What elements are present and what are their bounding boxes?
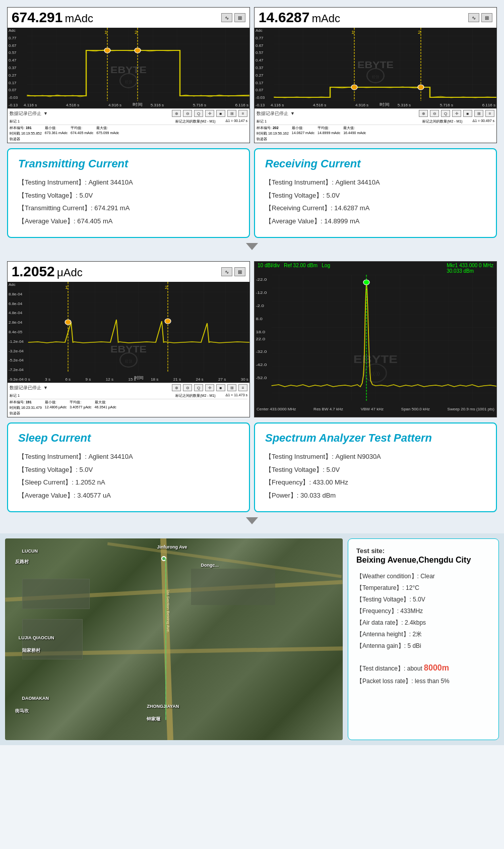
sleep-osc-header: 1.2052 μAdc ∿ ⊞	[8, 262, 249, 282]
min-header: 最小值:	[45, 126, 68, 131]
rx-more[interactable]: ≡	[485, 110, 494, 117]
rx-status-text: 数据记录已停止	[257, 110, 288, 117]
rx-max-value: 16.4490 mAdc	[343, 131, 366, 135]
svg-text:1: 1	[351, 30, 355, 35]
sl-zoom-in[interactable]: ⊕	[172, 384, 181, 391]
packet-loss-line: 【Packet loss rate】: less than 5%	[356, 677, 490, 686]
grid-btn[interactable]: ⊞	[227, 110, 236, 117]
sample-col: 样本编号: 191 时间戳 16:19:55.852 轨迹器	[10, 126, 42, 142]
rx-crosshair[interactable]: ✛	[452, 110, 461, 117]
transmitting-card-title: Transmitting Current	[18, 157, 239, 170]
building-block-3	[191, 569, 276, 605]
more-btn[interactable]: ≡	[238, 110, 247, 117]
sleep-toolbar: 数据记录已停止 ▼ ⊕ ⊖ Q ✛ ■ ⊞ ≡	[8, 383, 249, 392]
center-freq: Center 433.0000 MHz	[257, 407, 296, 411]
dongc-label: Dongc...	[201, 563, 219, 568]
time-label: 时间戳 16:19:55.852	[10, 131, 42, 136]
divider-triangle-icon	[246, 243, 258, 250]
svg-text:-22.0: -22.0	[256, 277, 267, 282]
mkr-info: Mkr1 433.000 0 MHz 30.033 dBm	[447, 263, 493, 274]
top-oscilloscope-section: 674.291 mAdc ∿ ⊞ Adc 0.77 0.67 0.57 0.47…	[0, 0, 504, 145]
rx-zoom-fit[interactable]: Q	[441, 110, 450, 117]
transmitting-info-card: Transmitting Current 【Testing Instrument…	[7, 148, 250, 238]
sl-instrument-line: 【Testing Instrument】: Aglient 34410A	[18, 452, 239, 462]
x-label-5: 5.716 s	[193, 103, 206, 107]
spectrum-footer: Center 433.0000 MHz Res BW 4.7 kHz VBW 4…	[255, 406, 496, 412]
rx-grid[interactable]: ⊞	[474, 110, 483, 117]
sleep-info-card: Sleep Current 【Testing Instrument】: Agli…	[7, 422, 250, 512]
spectrum-graph: -22.0 -12.0 -2.0 8.0 18.0 22.0 -32.0 -42…	[255, 275, 496, 406]
rx-zoom-in[interactable]: ⊕	[419, 110, 428, 117]
stop-btn[interactable]: ■	[216, 110, 225, 117]
rx-delta: Δ1 = 00.497 s	[473, 119, 494, 124]
zoom-in-btn[interactable]: ⊕	[172, 110, 181, 117]
rx-marker-header: 标记 1 标记之间的数量(M2 - M1) Δ1 = 00.497 s	[257, 119, 494, 125]
test-info-card: Test site: Beixing Avenue,Chengdu City 【…	[348, 538, 499, 740]
sweep: Sweep 20.9 ms (1001 pts)	[448, 407, 494, 411]
rx-zoom-out[interactable]: ⊖	[430, 110, 439, 117]
sl-zoom-out[interactable]: ⊖	[183, 384, 192, 391]
status-text: 数据记录已停止	[10, 110, 41, 117]
receiving-toolbar: 数据记录已停止 ▼ ⊕ ⊖ Q ✛ ■ ⊞ ≡	[255, 108, 496, 118]
zoom-out-btn[interactable]: ⊖	[183, 110, 192, 117]
mkr-label: Mkr1 433.000 0 MHz	[447, 263, 493, 268]
receiving-info-card: Receiving Current 【Testing Instrument】: …	[254, 148, 497, 238]
sl-crosshair[interactable]: ✛	[205, 384, 214, 391]
avg-value: 674.405 mAdc	[71, 131, 93, 135]
rx-max-col: 最大值: 16.4490 mAdc	[343, 126, 366, 142]
svg-marker-49	[246, 517, 258, 524]
grid-icon[interactable]: ⊞	[234, 13, 245, 22]
receiving-y-axis: Adc 0.77 0.67 0.57 0.47 0.37 0.27 0.17 0…	[256, 28, 265, 108]
sleep-avg: 3.40577 μAdc	[70, 405, 91, 409]
transmitting-unit: mAdc	[65, 12, 93, 25]
transmitting-osc-icons: ∿ ⊞	[221, 13, 245, 22]
sl-stop[interactable]: ■	[216, 384, 225, 391]
tx-instrument-line: 【Testing Instrument】: Aglient 34410A	[18, 177, 239, 188]
rx-avg-value: 14.8999 mAdc	[318, 131, 340, 135]
receiving-value-display: 14.6287 mAdc	[259, 10, 340, 26]
svg-text:8.0: 8.0	[256, 317, 262, 321]
crosshair-btn[interactable]: ✛	[205, 110, 214, 117]
sleep-min: 12.4806 μAdc	[45, 405, 67, 409]
rx-sample-col: 样本编号: 202 时间戳 16:19:56.162 轨迹器	[257, 126, 289, 142]
svg-text:2: 2	[418, 30, 421, 35]
sleep-grid-icon[interactable]: ⊞	[234, 267, 245, 276]
zoom-fit-btn[interactable]: Q	[194, 110, 203, 117]
divider-2	[0, 515, 504, 528]
sl-zoom-fit[interactable]: Q	[194, 384, 203, 391]
rx-stop[interactable]: ■	[463, 110, 472, 117]
receiving-unit: mAdc	[312, 12, 340, 25]
distance-line	[165, 559, 166, 720]
svg-text:-2.0: -2.0	[256, 304, 264, 308]
sl-more[interactable]: ≡	[238, 384, 247, 391]
lujia-label: LUJIA QIAOCUN	[19, 635, 54, 640]
svg-point-45	[363, 280, 369, 285]
sp-power-line: 【Power】: 30.033 dBm	[265, 491, 486, 501]
svg-marker-22	[246, 243, 258, 250]
sl-voltage-line: 【Testing Voltage】: 5.0V	[18, 465, 239, 475]
x-label-2: 4.516 s	[66, 103, 79, 107]
sl-grid[interactable]: ⊞	[227, 384, 236, 391]
svg-text:EBYTE: EBYTE	[353, 353, 398, 365]
rx-instrument-line: 【Testing Instrument】: Aglient 34410A	[265, 177, 486, 188]
svg-text:((·)): ((·))	[372, 75, 379, 79]
channel-label: 轨迹器	[10, 137, 42, 142]
lujia2-label: 陆家桥村	[22, 647, 40, 654]
grid-icon-rx[interactable]: ⊞	[481, 13, 492, 22]
delta-value: Δ1 = 00.147 s	[226, 119, 247, 124]
spectrum-info-card: Spectrum Analyzer Test Pattern 【Testing …	[254, 422, 497, 512]
sleep-y-axis: Adc 8.8e-04 6.8e-04 4.8e-04 2.8e-04 8.4e…	[9, 282, 24, 383]
building-block-1	[22, 579, 90, 609]
sleep-wave-icon[interactable]: ∿	[221, 267, 232, 276]
svg-text:18.0: 18.0	[256, 330, 265, 334]
page: 674.291 mAdc ∿ ⊞ Adc 0.77 0.67 0.57 0.47…	[0, 0, 504, 745]
y-label-2: 0.67	[9, 44, 18, 48]
x-label-6: 6.116 s	[235, 103, 248, 107]
air-data-line: 【Air data rate】: 2.4kbps	[356, 618, 490, 627]
wave-icon-rx[interactable]: ∿	[468, 13, 479, 22]
svg-point-3	[104, 48, 110, 53]
wave-icon[interactable]: ∿	[221, 13, 232, 22]
transmitting-value: 674.291	[12, 10, 62, 25]
x-label-4: 5.316 s	[151, 103, 164, 107]
x-axis-labels: 4.116 s 4.516 s 4.916 s 5.316 s 5.716 s …	[24, 103, 248, 107]
